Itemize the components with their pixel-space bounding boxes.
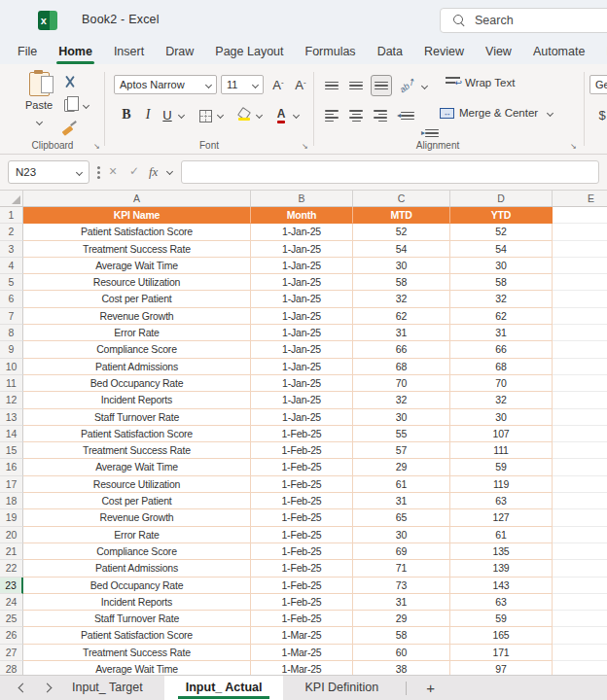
cell-B26[interactable]: 1-Mar-25 <box>251 627 353 644</box>
cell-B13[interactable]: 1-Jan-25 <box>251 409 353 426</box>
row-header-2[interactable]: 2 <box>0 224 23 240</box>
cell-C10[interactable]: 68 <box>353 359 450 375</box>
middle-align-button[interactable] <box>346 77 366 94</box>
top-align-button[interactable] <box>322 77 341 94</box>
cell-D12[interactable]: 32 <box>450 392 553 408</box>
cell-D23[interactable]: 143 <box>450 578 553 594</box>
cell-C3[interactable]: 54 <box>353 241 450 258</box>
cell-A10[interactable]: Patient Admissions <box>23 359 251 375</box>
cell-B20[interactable]: 1-Feb-25 <box>251 527 353 543</box>
select-all-button[interactable] <box>0 191 23 206</box>
cell-C16[interactable]: 29 <box>353 459 450 475</box>
cell-D25[interactable]: 59 <box>450 611 553 627</box>
row-header-25[interactable]: 25 <box>0 611 23 627</box>
cell-C23[interactable]: 73 <box>353 578 450 594</box>
cell-B23[interactable]: 1-Feb-25 <box>251 578 353 594</box>
cell-C8[interactable]: 31 <box>353 325 450 341</box>
cell-B16[interactable]: 1-Feb-25 <box>251 459 353 475</box>
cell-A8[interactable]: Error Rate <box>23 325 251 341</box>
cell-C25[interactable]: 29 <box>353 611 450 627</box>
cell-C22[interactable]: 71 <box>353 560 450 577</box>
cell-D14[interactable]: 107 <box>450 426 553 442</box>
copy-dropdown-icon[interactable] <box>83 102 89 109</box>
row-header-16[interactable]: 16 <box>0 459 23 475</box>
column-header-A[interactable]: A <box>23 191 251 206</box>
increase-font-size-button[interactable]: Aˆ <box>268 75 288 94</box>
cell-D17[interactable]: 119 <box>450 476 553 493</box>
cell-E11[interactable] <box>553 375 607 392</box>
cell-B10[interactable]: 1-Jan-25 <box>251 359 353 375</box>
cell-A15[interactable]: Treatment Success Rate <box>23 442 251 459</box>
cell-A27[interactable]: Treatment Success Rate <box>23 645 251 661</box>
underline-dropdown-icon[interactable] <box>178 112 185 119</box>
cell-C11[interactable]: 70 <box>353 375 450 392</box>
row-header-20[interactable]: 20 <box>0 527 23 543</box>
row-header-1[interactable]: 1 <box>0 207 23 224</box>
cell-A3[interactable]: Treatment Success Rate <box>23 241 251 258</box>
row-header-10[interactable]: 10 <box>0 359 23 375</box>
currency-format-button[interactable]: $ <box>593 105 607 124</box>
decrease-indent-button[interactable]: ◂ <box>398 107 417 124</box>
cell-D15[interactable]: 111 <box>450 442 553 459</box>
cell-E21[interactable] <box>553 543 607 560</box>
cell-B19[interactable]: 1-Feb-25 <box>251 509 353 526</box>
cell-E1[interactable] <box>553 207 607 224</box>
cell-B11[interactable]: 1-Jan-25 <box>251 375 353 392</box>
cancel-icon[interactable] <box>109 163 117 179</box>
cell-C18[interactable]: 31 <box>353 493 450 509</box>
cell-D22[interactable]: 139 <box>450 560 553 577</box>
cell-C1[interactable]: MTD <box>353 207 450 224</box>
cell-A4[interactable]: Average Wait Time <box>23 258 251 274</box>
cell-E17[interactable] <box>553 476 607 493</box>
row-header-19[interactable]: 19 <box>0 509 23 526</box>
cell-D1[interactable]: YTD <box>450 207 553 224</box>
cell-D10[interactable]: 68 <box>450 359 553 375</box>
ribbon-tab-data[interactable]: Data <box>367 41 413 64</box>
cell-A19[interactable]: Revenue Growth <box>23 509 251 526</box>
wrap-text-button[interactable]: Wrap Text <box>446 76 515 88</box>
row-header-7[interactable]: 7 <box>0 308 23 325</box>
cell-E5[interactable] <box>553 274 607 291</box>
align-right-button[interactable] <box>371 107 390 124</box>
row-header-23[interactable]: 23 <box>0 578 23 594</box>
row-header-6[interactable]: 6 <box>0 291 23 307</box>
cell-B9[interactable]: 1-Jan-25 <box>251 341 353 358</box>
cell-B21[interactable]: 1-Feb-25 <box>251 543 353 560</box>
fill-color-button[interactable] <box>236 105 252 121</box>
cell-B7[interactable]: 1-Jan-25 <box>251 308 353 325</box>
row-header-18[interactable]: 18 <box>0 493 23 509</box>
row-header-21[interactable]: 21 <box>0 543 23 560</box>
enter-icon[interactable] <box>129 164 139 178</box>
cell-B27[interactable]: 1-Mar-25 <box>251 645 353 661</box>
cell-E25[interactable] <box>553 611 607 627</box>
column-header-D[interactable]: D <box>450 191 553 206</box>
cell-C12[interactable]: 32 <box>353 392 450 408</box>
cell-D6[interactable]: 32 <box>450 291 553 307</box>
ribbon-tab-automate[interactable]: Automate <box>522 41 596 64</box>
cell-B5[interactable]: 1-Jan-25 <box>251 274 353 291</box>
cell-C20[interactable]: 30 <box>353 527 450 543</box>
row-header-9[interactable]: 9 <box>0 341 23 358</box>
row-header-24[interactable]: 24 <box>0 594 23 611</box>
clipboard-dialog-launcher-icon[interactable] <box>93 142 100 151</box>
merge-center-dropdown-icon[interactable] <box>547 109 553 116</box>
cell-C17[interactable]: 61 <box>353 476 450 493</box>
ribbon-tab-draw[interactable]: Draw <box>155 41 204 64</box>
cell-A12[interactable]: Incident Reports <box>23 392 251 408</box>
cell-D26[interactable]: 165 <box>450 627 553 644</box>
column-header-C[interactable]: C <box>353 191 450 206</box>
cell-D16[interactable]: 59 <box>450 459 553 475</box>
cell-B3[interactable]: 1-Jan-25 <box>251 241 353 258</box>
bold-button[interactable]: B <box>118 105 135 124</box>
paste-button[interactable]: Paste <box>18 72 60 128</box>
cell-B22[interactable]: 1-Feb-25 <box>251 560 353 577</box>
cell-D3[interactable]: 54 <box>450 241 553 258</box>
cell-A25[interactable]: Staff Turnover Rate <box>23 611 251 627</box>
cell-C9[interactable]: 66 <box>353 341 450 358</box>
cell-A22[interactable]: Patient Admissions <box>23 560 251 577</box>
formula-bar-handle-icon[interactable] <box>97 171 100 174</box>
row-header-11[interactable]: 11 <box>0 375 23 392</box>
sheet-tab-input-actual[interactable]: Input_ Actual <box>164 676 284 700</box>
cell-A6[interactable]: Cost per Patient <box>23 291 251 307</box>
cell-E2[interactable] <box>553 224 607 240</box>
